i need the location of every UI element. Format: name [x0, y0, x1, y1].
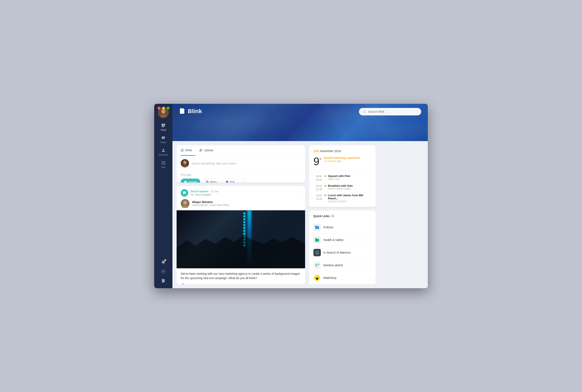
- social-update-icon: [183, 191, 186, 195]
- event-details-1: Breakfast with Sam Jones Family Project: [328, 184, 353, 190]
- search-input[interactable]: [368, 110, 417, 113]
- post-type-section: Post type: Update: [177, 171, 305, 182]
- quick-link-health-safety[interactable]: Health & Safety ›: [313, 234, 371, 246]
- sidebar-item-feed[interactable]: Feed: [154, 121, 172, 133]
- hub-label: Hub: [161, 166, 165, 168]
- svg-rect-5: [162, 125, 165, 126]
- bamboo-icon: 💎: [313, 262, 321, 269]
- chats-label: Chats: [160, 141, 166, 144]
- notifications-button[interactable]: [159, 258, 168, 267]
- calendar-date: 12th November 2019: [313, 150, 371, 153]
- upload-icon: [199, 149, 202, 152]
- warriors-icon: [313, 249, 321, 256]
- event-content-1: Breakfast with Sam Jones Family Project: [325, 184, 371, 190]
- health-safety-chevron: ›: [370, 238, 371, 242]
- month-year: November 2019: [320, 150, 341, 153]
- svg-rect-12: [162, 162, 163, 163]
- event-details-2: Lunch with James from Mill Reach... Dish…: [328, 194, 371, 203]
- svg-point-1: [161, 110, 165, 114]
- composer-placeholder[interactable]: Share something with your team.: [192, 162, 237, 165]
- notification-badge: [164, 259, 166, 261]
- svg-point-26: [183, 161, 187, 164]
- settings-button[interactable]: [159, 268, 168, 276]
- mailchimp-icon: [313, 274, 321, 282]
- weather-info: Good morning Laurence shower rain: [324, 156, 360, 163]
- window-controls: [158, 107, 170, 110]
- poll-icon: [226, 180, 229, 182]
- directory-label: Directory: [159, 154, 168, 156]
- external-link-icon: ↗: [369, 276, 371, 280]
- sidebar-item-chats[interactable]: Chats: [154, 134, 172, 146]
- write-icon: [181, 149, 184, 152]
- maximize-button[interactable]: [167, 107, 170, 110]
- book-icon: [315, 250, 319, 255]
- sidebar-nav: Feed Chats Directory: [154, 120, 172, 258]
- post-caption: We've been working with our new marketin…: [177, 268, 305, 283]
- quick-link-bamboo[interactable]: 💎 bamboo.sketch: [313, 259, 371, 272]
- post-types: Update News: [181, 178, 301, 182]
- svg-point-41: [316, 276, 318, 278]
- composer-avatar: [181, 159, 189, 168]
- blink-icon: [161, 278, 166, 283]
- search-icon: [363, 110, 366, 113]
- mailchimp-logo: [314, 275, 320, 281]
- post-more-button[interactable]: ⋮: [297, 190, 301, 196]
- weather-condition: shower rain: [324, 160, 360, 163]
- calendar-events: 08:00 08:50 Squash with Pete Oasis Gym: [313, 174, 371, 203]
- svg-point-34: [325, 160, 326, 162]
- calendar-event-0: 08:00 08:50 Squash with Pete Oasis Gym: [313, 174, 371, 182]
- sidebar: Feed Chats Directory: [154, 104, 172, 288]
- event-dot-0: [325, 175, 326, 177]
- upload-tab-label: Upload: [204, 148, 213, 152]
- sidebar-item-hub[interactable]: Hub: [154, 158, 172, 170]
- svg-point-24: [364, 111, 366, 113]
- policies-label: Policies: [323, 226, 368, 229]
- post-type-icon: [181, 189, 188, 196]
- author-info: Abayo Stevens Lead Engineer, South West …: [192, 200, 229, 206]
- right-sidebar: 12th November 2019 9° Good morning Laure…: [309, 145, 376, 284]
- svg-point-8: [163, 149, 164, 150]
- poll-type-button[interactable]: Poll: [222, 178, 238, 182]
- event-content-0: Squash with Pete Oasis Gym: [325, 174, 371, 180]
- search-bar: [359, 108, 421, 116]
- more-post-types-button[interactable]: ···: [240, 178, 247, 182]
- bamboo-emoji: 💎: [315, 263, 320, 268]
- app-title: Blink: [188, 108, 202, 114]
- feed-icon: [161, 123, 166, 128]
- health-safety-label: Health & Safety: [323, 238, 368, 242]
- event-content-2: Lunch with James from Mill Reach... Dish…: [325, 194, 371, 203]
- write-tab[interactable]: Write: [181, 145, 195, 156]
- news-type-button[interactable]: News: [202, 178, 220, 182]
- app-logo: Blink: [179, 108, 202, 114]
- feed-column: Write Upload: [177, 145, 305, 284]
- quick-link-mailchimp[interactable]: Mailchimp ↗: [313, 272, 371, 284]
- close-button[interactable]: [158, 107, 160, 110]
- post-author: Abayo Stevens Lead Engineer, South West …: [177, 199, 305, 210]
- hub-icon: [161, 160, 166, 165]
- quick-links-title: Quick Links ?: [313, 214, 371, 218]
- post-date: · 23 Jul: [209, 190, 218, 193]
- upload-tab[interactable]: Upload: [199, 145, 216, 156]
- quick-link-policies[interactable]: Policies ›: [313, 221, 371, 234]
- svg-rect-15: [162, 164, 163, 165]
- minimize-button[interactable]: [162, 107, 165, 110]
- post-image: [177, 210, 305, 268]
- chats-icon: [161, 136, 166, 140]
- blink-logo-button[interactable]: [159, 276, 168, 285]
- weather-section: 9° Good morning Laurence: [313, 156, 371, 170]
- post-type-name: Social Update: [191, 190, 209, 193]
- event-details-0: Squash with Pete Oasis Gym: [328, 174, 350, 180]
- policies-chevron: ›: [370, 226, 371, 229]
- info-icon: ?: [331, 214, 334, 218]
- settings-icon: [161, 269, 166, 274]
- quick-link-warriors[interactable]: In Search of Warriors: [313, 246, 371, 259]
- content-area: Write Upload: [172, 141, 428, 288]
- post-header: Social Update · 23 Jul To: Team Pangolin…: [177, 186, 305, 199]
- feed-label: Feed: [161, 129, 166, 131]
- update-type-button[interactable]: Update: [181, 178, 200, 182]
- svg-point-42: [316, 276, 317, 277]
- sidebar-item-directory[interactable]: Directory: [154, 146, 172, 158]
- event-time-1: 09:30 10:30: [313, 184, 322, 192]
- svg-point-32: [183, 201, 187, 204]
- weather-icon: [324, 160, 326, 162]
